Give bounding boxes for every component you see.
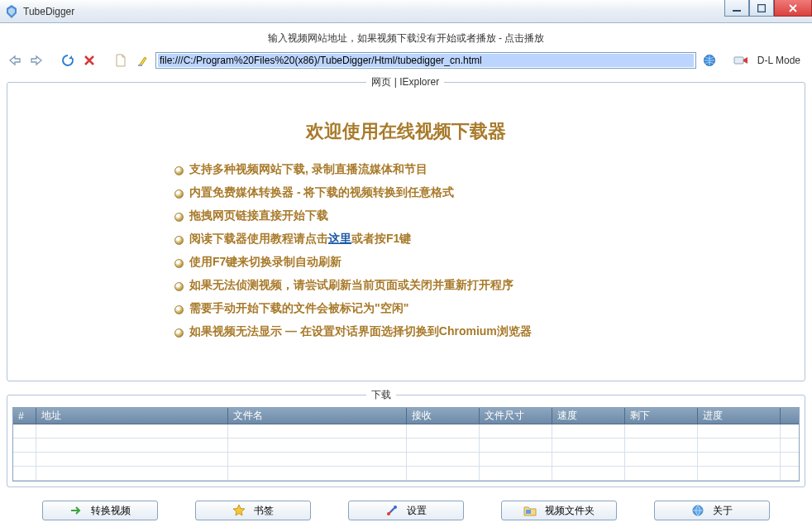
svg-rect-0 [733,10,741,12]
col-speed[interactable]: 速度 [552,408,625,424]
folder-button[interactable]: 视频文件夹 [501,501,617,520]
svg-point-5 [394,506,397,509]
about-button[interactable]: 关于 [654,501,770,520]
tutorial-link[interactable]: 这里 [328,232,351,245]
svg-rect-2 [138,65,142,66]
globe-small-icon [691,504,705,517]
svg-point-6 [387,512,390,515]
grid-body [13,424,799,481]
convert-icon [69,504,83,517]
web-panel: 网页 | IExplorer 欢迎使用在线视频下载器 支持多种视频网站下载, 录… [7,75,805,381]
web-panel-title: 网页 | IExplorer [366,75,444,89]
table-row[interactable] [13,424,799,439]
grid-header: # 地址 文件名 接收 文件尺寸 速度 剩下 进度 [13,408,799,424]
titlebar: TubeDigger [0,0,812,23]
feature-list: 支持多种视频网站下载, 录制直播流媒体和节目 内置免费媒体转换器 - 将下载的视… [174,159,638,344]
convert-button[interactable]: 转换视频 [42,501,158,520]
feature-item: 需要手动开始下载的文件会被标记为"空闲" [174,298,638,321]
document-icon[interactable] [112,52,129,69]
svg-rect-7 [526,510,531,514]
feature-item: 内置免费媒体转换器 - 将下载的视频转换到任意格式 [174,182,638,205]
window-title: TubeDigger [23,6,74,17]
col-spacer [781,408,799,424]
col-index[interactable]: # [13,408,36,424]
svg-rect-1 [758,4,766,12]
download-grid: # 地址 文件名 接收 文件尺寸 速度 剩下 进度 [12,407,800,482]
folder-icon [523,504,537,517]
toolbar: D-L Mode [7,50,805,75]
feature-item: 拖拽网页链接直接开始下载 [174,205,638,228]
minimize-button[interactable] [724,0,749,17]
close-button[interactable] [774,0,812,17]
feature-item: 使用F7键来切换录制自动刷新 [174,252,638,275]
star-icon [232,504,246,517]
col-url[interactable]: 地址 [36,408,228,424]
download-panel: 下载 # 地址 文件名 接收 文件尺寸 速度 剩下 进度 [7,388,805,487]
col-received[interactable]: 接收 [407,408,480,424]
download-panel-title: 下载 [366,388,396,402]
camera-icon[interactable] [733,52,749,69]
col-size[interactable]: 文件尺寸 [480,408,552,424]
table-row[interactable] [13,467,799,481]
maximize-button[interactable] [749,0,774,17]
globe-icon[interactable] [701,52,718,69]
bookmark-button[interactable]: 书签 [195,501,311,520]
hint-text: 输入视频网站地址，如果视频下载没有开始或者播放 - 点击播放 [7,28,805,50]
table-row[interactable] [13,439,799,453]
tools-icon [385,504,399,517]
feature-item: 阅读下载器使用教程请点击这里或者按F1键 [174,228,638,252]
col-filename[interactable]: 文件名 [228,408,407,424]
col-remaining[interactable]: 剩下 [625,408,698,424]
feature-item: 如果无法侦测视频，请尝试刷新当前页面或关闭并重新打开程序 [174,275,638,298]
mode-label: D-L Mode [757,55,800,66]
forward-button[interactable] [28,52,45,69]
back-button[interactable] [7,52,23,69]
settings-button[interactable]: 设置 [348,501,464,520]
url-bar[interactable] [155,52,696,69]
col-progress[interactable]: 进度 [698,408,781,424]
app-icon [5,5,18,18]
table-row[interactable] [13,453,799,467]
feature-item: 如果视频无法显示 — 在设置对话界面选择切换到Chromium浏览器 [174,321,638,344]
refresh-button[interactable] [60,52,76,69]
highlighter-icon[interactable] [134,52,150,69]
welcome-heading: 欢迎使用在线视频下载器 [29,119,783,144]
url-input[interactable] [158,54,694,67]
stop-button[interactable] [81,52,98,69]
svg-rect-4 [734,57,743,64]
feature-item: 支持多种视频网站下载, 录制直播流媒体和节目 [174,159,638,182]
webview[interactable]: 欢迎使用在线视频下载器 支持多种视频网站下载, 录制直播流媒体和节目 内置免费媒… [12,94,800,376]
bottom-bar: 转换视频 书签 设置 视频文件夹 关于 [7,494,805,520]
